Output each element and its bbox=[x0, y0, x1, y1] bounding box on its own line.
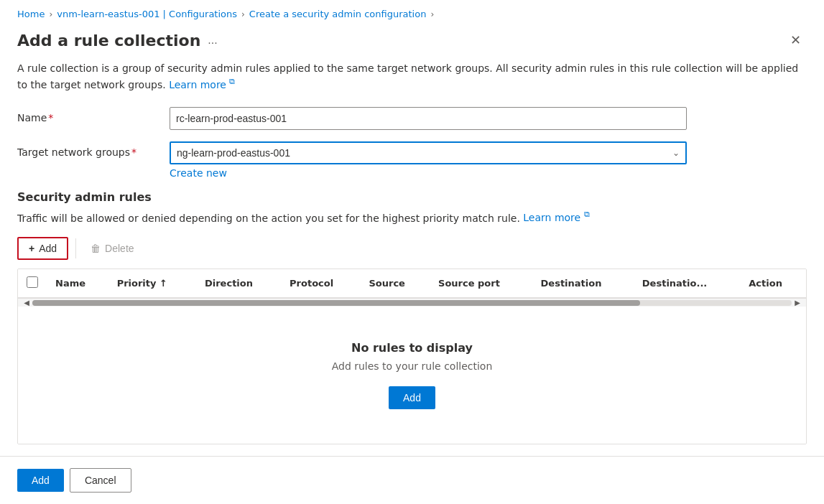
panel-body: A rule collection is a group of security… bbox=[0, 61, 824, 456]
trash-icon: 🗑 bbox=[91, 243, 101, 254]
scroll-left-arrow[interactable]: ◀ bbox=[21, 297, 32, 307]
breadcrumb-create[interactable]: Create a security admin configuration bbox=[249, 9, 427, 19]
footer-add-button[interactable]: Add bbox=[17, 469, 64, 492]
empty-state-title: No rules to display bbox=[35, 341, 789, 355]
panel-header: Add a rule collection ... ✕ bbox=[0, 25, 824, 61]
breadcrumb: Home › vnm-learn-eastus-001 | Configurat… bbox=[0, 0, 824, 25]
breadcrumb-sep-3: › bbox=[430, 9, 434, 19]
breadcrumb-sep-2: › bbox=[241, 9, 245, 19]
create-new-wrapper: Create new bbox=[170, 167, 687, 179]
learn-more-icon: ⧉ bbox=[229, 77, 235, 86]
name-required: * bbox=[48, 112, 53, 123]
col-name: Name bbox=[47, 269, 108, 298]
security-learn-more-icon: ⧉ bbox=[584, 210, 590, 220]
delete-label: Delete bbox=[105, 243, 134, 254]
rules-toolbar: + Add 🗑 Delete bbox=[17, 237, 807, 260]
scroll-right-arrow[interactable]: ▶ bbox=[792, 297, 803, 307]
rules-table-container: Name Priority ↑ Direction Protocol bbox=[17, 269, 807, 444]
name-input[interactable] bbox=[170, 107, 687, 130]
col-direction: Direction bbox=[196, 269, 281, 298]
security-rules-title: Security admin rules bbox=[17, 190, 807, 204]
toolbar-separator bbox=[75, 238, 76, 258]
scroll-thumb bbox=[32, 300, 640, 306]
security-learn-more-label: Learn more bbox=[523, 212, 580, 223]
table-scroll-area[interactable]: Name Priority ↑ Direction Protocol bbox=[18, 269, 806, 307]
delete-rule-button[interactable]: 🗑 Delete bbox=[83, 238, 141, 258]
panel-title-extra: ... bbox=[208, 34, 217, 46]
target-network-groups-form-group: Target network groups* ng-learn-prod-eas… bbox=[17, 141, 807, 179]
add-rule-label: Add bbox=[39, 243, 57, 254]
col-source: Source bbox=[360, 269, 430, 298]
security-rules-learn-more-link[interactable]: Learn more ⧉ bbox=[523, 212, 589, 223]
target-network-groups-select[interactable]: ng-learn-prod-eastus-001 bbox=[170, 141, 687, 164]
col-priority[interactable]: Priority ↑ bbox=[108, 269, 196, 298]
name-label: Name* bbox=[17, 107, 161, 123]
add-rule-button[interactable]: + Add bbox=[17, 237, 68, 260]
add-rule-collection-panel: Home › vnm-learn-eastus-001 | Configurat… bbox=[0, 0, 824, 504]
close-button[interactable]: ✕ bbox=[784, 31, 807, 50]
create-new-link[interactable]: Create new bbox=[170, 167, 227, 179]
description-text: A rule collection is a group of security… bbox=[17, 61, 807, 93]
empty-state-desc: Add rules to your rule collection bbox=[35, 360, 789, 372]
security-admin-rules-section: Security admin rules Traffic will be all… bbox=[17, 190, 807, 445]
table-header-row: Name Priority ↑ Direction Protocol bbox=[18, 269, 806, 298]
col-source-port: Source port bbox=[430, 269, 532, 298]
select-all-checkbox[interactable] bbox=[27, 276, 38, 288]
breadcrumb-sep-1: › bbox=[49, 9, 52, 19]
panel-title: Add a rule collection bbox=[17, 32, 200, 50]
target-network-groups-dropdown-wrapper: ng-learn-prod-eastus-001 ⌄ bbox=[170, 141, 687, 164]
col-destination-port: Destinatio... bbox=[634, 269, 740, 298]
footer-cancel-button[interactable]: Cancel bbox=[70, 468, 131, 493]
security-rules-desc: Traffic will be allowed or denied depend… bbox=[17, 210, 807, 226]
horizontal-scrollbar[interactable]: ◀ ▶ bbox=[18, 298, 806, 307]
panel-footer: Add Cancel bbox=[0, 456, 824, 504]
description-body: A rule collection is a group of security… bbox=[17, 62, 798, 90]
breadcrumb-vnm[interactable]: vnm-learn-eastus-001 | Configurations bbox=[57, 9, 237, 19]
name-form-group: Name* bbox=[17, 107, 807, 130]
breadcrumb-home[interactable]: Home bbox=[17, 9, 45, 19]
empty-state: No rules to display Add rules to your ru… bbox=[18, 307, 806, 444]
rules-table: Name Priority ↑ Direction Protocol bbox=[18, 269, 806, 298]
col-protocol: Protocol bbox=[281, 269, 360, 298]
scroll-track[interactable] bbox=[32, 300, 792, 306]
plus-icon: + bbox=[29, 243, 34, 254]
col-checkbox bbox=[18, 269, 47, 298]
empty-state-add-button[interactable]: Add bbox=[389, 386, 435, 409]
target-network-groups-label: Target network groups* bbox=[17, 141, 161, 158]
description-learn-more-link[interactable]: Learn more ⧉ bbox=[169, 79, 235, 90]
target-required: * bbox=[131, 146, 136, 158]
learn-more-label: Learn more bbox=[169, 79, 226, 90]
col-action: Action bbox=[740, 269, 806, 298]
col-destination: Destination bbox=[532, 269, 634, 298]
